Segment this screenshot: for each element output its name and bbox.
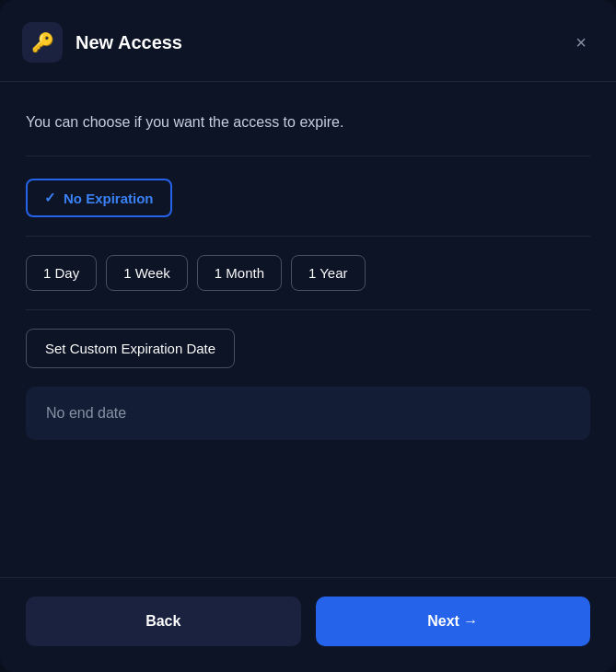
modal-footer: Back Next → — [0, 577, 616, 672]
preset-1-month-button[interactable]: 1 Month — [197, 255, 282, 291]
header-left: 🔑 New Access — [22, 22, 182, 63]
preset-1-day-button[interactable]: 1 Day — [26, 255, 97, 291]
no-expiration-button[interactable]: ✓ No Expiration — [26, 179, 172, 217]
description-text: You can choose if you want the access to… — [26, 111, 590, 133]
modal-header: 🔑 New Access × — [0, 0, 616, 82]
preset-buttons-group: 1 Day 1 Week 1 Month 1 Year — [26, 255, 590, 291]
divider-1 — [26, 156, 590, 156]
preset-1-year-button[interactable]: 1 Year — [291, 255, 366, 291]
modal-title: New Access — [76, 32, 182, 53]
divider-3 — [26, 309, 590, 310]
checkmark-icon: ✓ — [44, 190, 56, 206]
key-icon: 🔑 — [31, 31, 54, 53]
set-custom-expiration-button[interactable]: Set Custom Expiration Date — [26, 329, 235, 368]
key-icon-wrapper: 🔑 — [22, 22, 63, 63]
new-access-modal: 🔑 New Access × You can choose if you wan… — [0, 0, 616, 672]
options-section: ✓ No Expiration 1 Day 1 Week 1 Month 1 Y… — [26, 179, 590, 440]
modal-body: You can choose if you want the access to… — [0, 82, 616, 577]
no-end-date-display: No end date — [26, 387, 590, 440]
close-button[interactable]: × — [572, 29, 590, 55]
no-end-date-text: No end date — [46, 405, 126, 421]
next-button[interactable]: Next → — [316, 597, 591, 646]
back-button[interactable]: Back — [26, 597, 301, 646]
preset-1-week-button[interactable]: 1 Week — [106, 255, 188, 291]
no-expiration-label: No Expiration — [64, 191, 154, 206]
divider-2 — [26, 236, 590, 237]
